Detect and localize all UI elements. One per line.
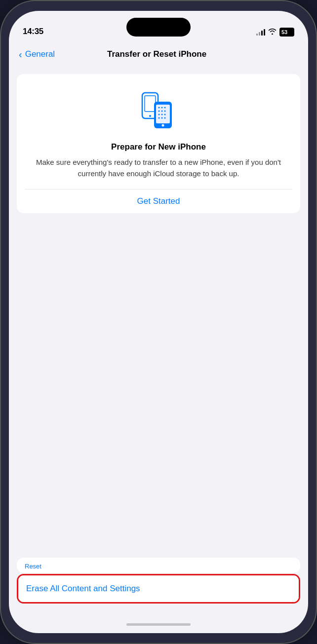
reset-label: Reset xyxy=(17,558,300,573)
svg-point-14 xyxy=(158,117,160,119)
home-bar xyxy=(126,623,191,626)
svg-point-16 xyxy=(164,117,166,119)
svg-point-17 xyxy=(162,124,164,127)
transfer-phones-icon xyxy=(136,88,181,134)
page-title: Transfer or Reset iPhone xyxy=(55,49,259,59)
svg-point-10 xyxy=(164,111,166,112)
svg-point-12 xyxy=(161,114,163,115)
svg-point-9 xyxy=(161,111,163,112)
card-top: Prepare for New iPhone Make sure everyth… xyxy=(17,74,300,189)
dynamic-island xyxy=(126,18,191,37)
svg-point-2 xyxy=(149,115,151,117)
svg-point-8 xyxy=(158,111,160,112)
signal-bar-3 xyxy=(261,31,263,36)
svg-point-15 xyxy=(161,117,163,119)
content-spacer xyxy=(17,221,300,552)
back-label: General xyxy=(25,49,55,59)
svg-rect-4 xyxy=(156,105,170,123)
prepare-card: Prepare for New iPhone Make sure everyth… xyxy=(17,74,300,213)
chevron-left-icon: ‹ xyxy=(19,49,22,60)
status-time: 14:35 xyxy=(23,27,43,37)
svg-point-11 xyxy=(158,114,160,115)
nav-bar: ‹ General Transfer or Reset iPhone xyxy=(9,40,308,68)
get-started-label: Get Started xyxy=(137,196,180,206)
signal-bars-icon xyxy=(256,29,265,36)
svg-point-7 xyxy=(164,107,166,109)
signal-bar-2 xyxy=(259,32,260,36)
erase-button-wrapper: Erase All Content and Settings xyxy=(17,574,300,604)
signal-bar-4 xyxy=(264,29,265,36)
svg-point-5 xyxy=(158,107,160,109)
erase-all-button[interactable]: Erase All Content and Settings xyxy=(18,575,299,602)
card-description: Make sure everything's ready to transfer… xyxy=(29,157,288,179)
reset-card: Reset xyxy=(17,558,300,573)
phone-frame: 14:35 53 xyxy=(0,0,317,644)
back-button[interactable]: ‹ General xyxy=(19,49,55,60)
phone-screen: 14:35 53 xyxy=(9,11,308,633)
bottom-section: Reset Erase All Content and Settings xyxy=(9,558,308,615)
battery-level: 53 xyxy=(281,29,287,35)
status-icons: 53 xyxy=(256,28,294,37)
wifi-icon xyxy=(268,28,277,36)
card-title: Prepare for New iPhone xyxy=(111,142,206,152)
svg-point-6 xyxy=(161,107,163,109)
battery-icon: 53 xyxy=(279,28,294,37)
home-indicator xyxy=(9,615,308,633)
svg-rect-1 xyxy=(145,96,156,112)
get-started-action[interactable]: Get Started xyxy=(17,189,300,213)
signal-bar-1 xyxy=(256,34,258,36)
main-content: Prepare for New iPhone Make sure everyth… xyxy=(9,68,308,558)
svg-point-13 xyxy=(164,114,166,115)
